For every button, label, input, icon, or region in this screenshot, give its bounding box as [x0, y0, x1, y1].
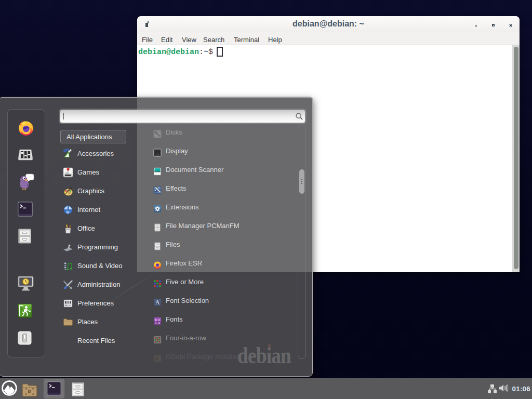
svg-text:A: A — [155, 299, 160, 306]
